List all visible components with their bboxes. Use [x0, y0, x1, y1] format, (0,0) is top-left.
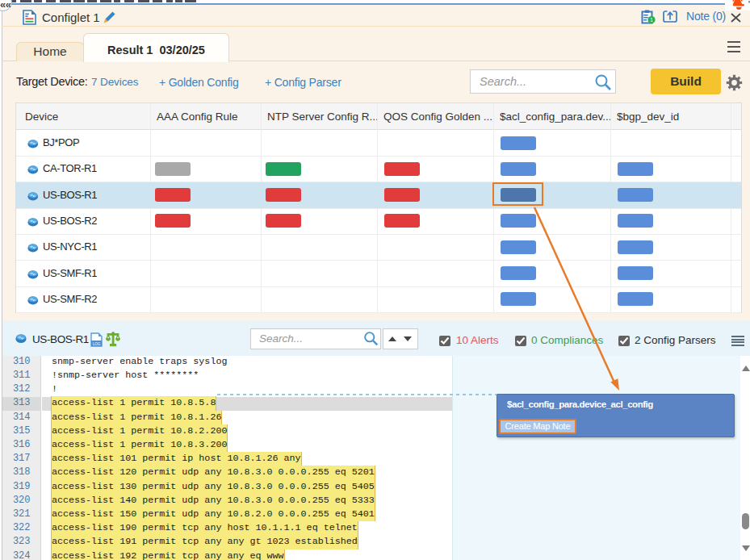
- svg-text:LOG: LOG: [93, 342, 101, 346]
- svg-text:1: 1: [650, 17, 653, 23]
